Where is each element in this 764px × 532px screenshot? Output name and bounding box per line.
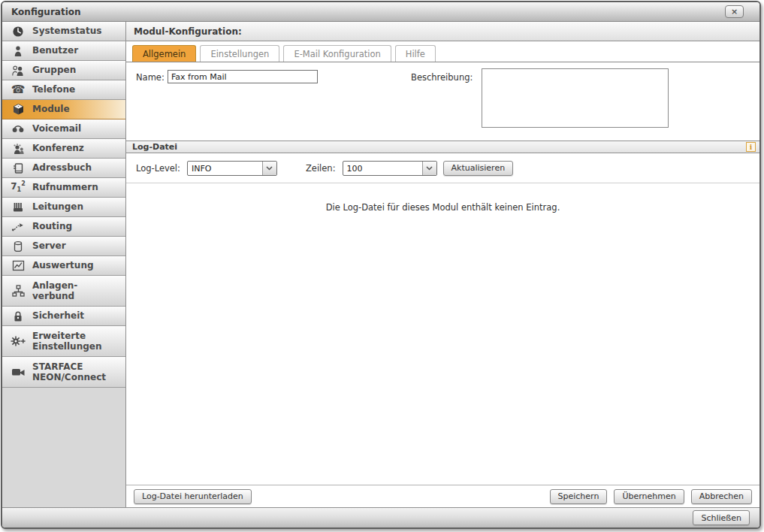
- sidebar-item-module[interactable]: Module: [2, 100, 125, 119]
- sidebar-item-label: STARFACE NEON/Connect: [32, 361, 106, 383]
- sidebar: Systemstatus Benutzer Gruppen ☎ Telefone: [2, 22, 126, 507]
- lines-value: 100: [343, 162, 367, 175]
- log-section-header: Log-Datei i: [126, 141, 759, 153]
- sidebar-item-rufnummern[interactable]: 712 Rufnummern: [2, 178, 125, 198]
- sidebar-item-benutzer[interactable]: Benutzer: [2, 41, 125, 61]
- window-title: Konfiguration: [11, 7, 81, 17]
- close-icon: ×: [731, 8, 738, 16]
- gear-plus-icon: [8, 335, 29, 347]
- sidebar-item-label: Anlagen- verbund: [32, 280, 77, 302]
- name-input[interactable]: [168, 70, 318, 83]
- chevron-down-icon: [422, 162, 436, 175]
- info-icon[interactable]: i: [746, 142, 756, 152]
- download-log-button[interactable]: Log-Datei herunterladen: [134, 489, 252, 504]
- sidebar-item-erweiterte-einstellungen[interactable]: Erweiterte Einstellungen: [2, 326, 125, 357]
- log-content-area: Die Log-Datei für dieses Modul enthält k…: [126, 183, 759, 485]
- tab-email-konfiguration[interactable]: E-Mail Konfiguration: [283, 45, 391, 62]
- phone-icon: ☎: [8, 84, 29, 95]
- addressbook-icon: [8, 162, 29, 174]
- tab-bar: Allgemein Einstellungen E-Mail Konfigura…: [126, 41, 759, 62]
- sidebar-item-systemstatus[interactable]: Systemstatus: [2, 22, 125, 41]
- titlebar[interactable]: Konfiguration ×: [2, 2, 759, 22]
- window-body: Systemstatus Benutzer Gruppen ☎ Telefone: [2, 22, 759, 507]
- log-level-value: INFO: [188, 162, 215, 175]
- chart-icon: [8, 260, 29, 271]
- sidebar-item-label: Systemstatus: [32, 26, 101, 36]
- sidebar-item-auswertung[interactable]: Auswertung: [2, 256, 125, 276]
- sidebar-item-starface-neon-connect[interactable]: STARFACE NEON/Connect: [2, 357, 125, 388]
- sidebar-item-label: Gruppen: [32, 65, 76, 75]
- sidebar-item-label: Routing: [32, 221, 72, 231]
- name-label: Name:: [136, 72, 165, 83]
- chevron-down-icon: [262, 162, 276, 175]
- description-textarea[interactable]: [482, 68, 669, 128]
- log-controls: Log-Level: INFO Zeilen: 100 Aktualisiere…: [126, 153, 759, 183]
- action-buttons: Speichern Übernehmen Abbrechen: [550, 489, 752, 504]
- sidebar-item-label: Konferenz: [32, 143, 84, 153]
- cube-icon: [8, 103, 29, 116]
- content-footer: Log-Datei herunterladen Speichern Überne…: [126, 485, 759, 507]
- window-footer: Schließen: [2, 507, 759, 527]
- refresh-button[interactable]: Aktualisieren: [443, 161, 514, 176]
- sidebar-item-label: Telefone: [32, 84, 75, 95]
- sidebar-item-label: Server: [32, 240, 66, 251]
- clock-icon: [8, 26, 29, 38]
- network-icon: [8, 285, 29, 297]
- apply-button[interactable]: Übernehmen: [614, 489, 684, 504]
- lock-icon: [8, 310, 29, 322]
- sidebar-item-server[interactable]: Server: [2, 237, 125, 256]
- lines-select[interactable]: 100: [343, 161, 437, 176]
- log-empty-message: Die Log-Datei für dieses Modul enthält k…: [326, 202, 560, 213]
- server-icon: [8, 240, 29, 252]
- sidebar-item-adressbuch[interactable]: Adressbuch: [2, 159, 125, 178]
- main-panel: Modul-Konfiguration: Allgemein Einstellu…: [126, 22, 759, 507]
- sidebar-item-label: Erweiterte Einstellungen: [32, 331, 101, 352]
- voicemail-icon: [8, 124, 29, 135]
- description-label: Beschreibung:: [411, 72, 473, 83]
- tab-hilfe[interactable]: Hilfe: [395, 45, 436, 62]
- numbers-icon: 712: [8, 181, 29, 193]
- sidebar-item-label: Sicherheit: [32, 310, 84, 321]
- lines-icon: [8, 201, 29, 213]
- sidebar-item-routing[interactable]: Routing: [2, 217, 125, 237]
- save-button[interactable]: Speichern: [550, 489, 608, 504]
- log-level-label: Log-Level:: [136, 163, 180, 174]
- lines-label: Zeilen:: [306, 163, 336, 174]
- sidebar-item-leitungen[interactable]: Leitungen: [2, 198, 125, 217]
- user-icon: [8, 45, 29, 57]
- sidebar-item-label: Leitungen: [32, 201, 83, 212]
- sidebar-item-label: Voicemail: [32, 123, 81, 134]
- sidebar-item-label: Rufnummern: [32, 182, 98, 192]
- general-form: Name: Beschreibung:: [126, 62, 759, 141]
- cancel-button[interactable]: Abbrechen: [691, 489, 752, 504]
- sidebar-item-label: Adressbuch: [32, 162, 92, 173]
- tab-einstellungen[interactable]: Einstellungen: [200, 45, 279, 62]
- konfiguration-window: Konfiguration × Systemstatus Benutzer: [1, 1, 761, 529]
- camera-icon: [8, 367, 29, 377]
- sidebar-item-telefone[interactable]: ☎ Telefone: [2, 80, 125, 100]
- tab-allgemein[interactable]: Allgemein: [132, 45, 196, 62]
- conference-icon: [8, 143, 29, 155]
- sidebar-item-voicemail[interactable]: Voicemail: [2, 119, 125, 139]
- module-config-header: Modul-Konfiguration:: [126, 22, 759, 41]
- close-button[interactable]: ×: [725, 5, 744, 18]
- sidebar-item-anlagenverbund[interactable]: Anlagen- verbund: [2, 276, 125, 307]
- sidebar-item-label: Auswertung: [32, 260, 94, 271]
- sidebar-item-label: Module: [32, 104, 70, 114]
- group-icon: [8, 65, 29, 77]
- close-window-button[interactable]: Schließen: [693, 510, 750, 525]
- sidebar-item-gruppen[interactable]: Gruppen: [2, 61, 125, 80]
- sidebar-item-sicherheit[interactable]: Sicherheit: [2, 307, 125, 326]
- sidebar-item-konferenz[interactable]: Konferenz: [2, 139, 125, 159]
- sidebar-item-label: Benutzer: [32, 45, 78, 56]
- log-level-select[interactable]: INFO: [187, 161, 277, 176]
- routing-icon: [8, 222, 29, 232]
- module-config-title: Modul-Konfiguration:: [134, 26, 242, 37]
- log-section-title: Log-Datei: [132, 142, 177, 152]
